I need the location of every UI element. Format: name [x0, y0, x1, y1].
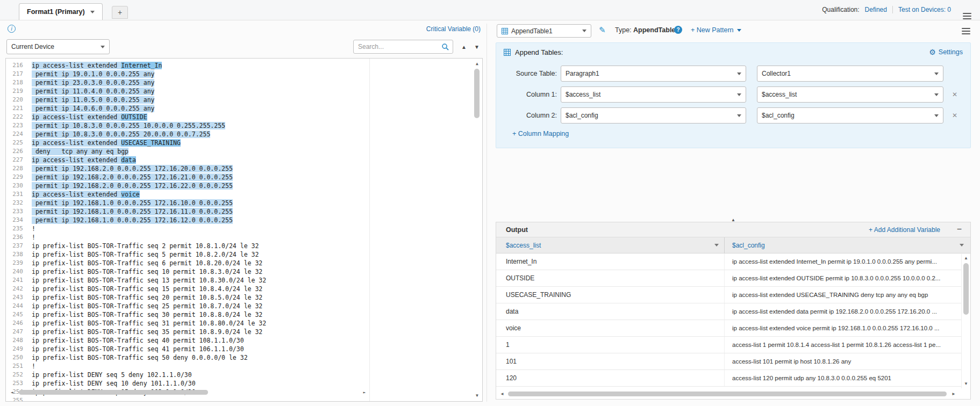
search-input[interactable]: [358, 43, 441, 50]
source-table-select[interactable]: Paragraph1: [561, 66, 746, 82]
code-line[interactable]: 225ip access-list extended USECASE_TRAIN…: [6, 139, 471, 147]
horizontal-scrollbar-thumb[interactable]: [19, 390, 208, 395]
line-number: 229: [6, 173, 32, 182]
edit-pattern-icon[interactable]: ✎: [599, 25, 606, 35]
test-on-devices-link[interactable]: Test on Devices: 0: [898, 6, 951, 13]
code-line[interactable]: 235!: [6, 224, 471, 233]
collector-select[interactable]: Collector1: [757, 66, 943, 82]
scroll-left-icon[interactable]: ◄: [8, 389, 16, 396]
table-row[interactable]: 1access-list 1 permit 10.8.1.4 access-li…: [496, 337, 961, 353]
column1-target-select[interactable]: $access_list: [757, 86, 943, 103]
table-row[interactable]: voiceip access-list extended voice permi…: [496, 320, 961, 337]
new-tab-button[interactable]: +: [112, 6, 128, 19]
scroll-up-icon[interactable]: ▲: [962, 255, 970, 262]
scroll-right-icon[interactable]: ►: [361, 389, 368, 396]
qualification-value-link[interactable]: Defined: [865, 6, 887, 13]
code-line[interactable]: 231ip access-list extended voice: [6, 190, 471, 199]
menu-icon[interactable]: [963, 13, 971, 19]
add-column-mapping-link[interactable]: + Column Mapping: [512, 130, 569, 137]
search-prev-button[interactable]: ▲: [458, 41, 470, 53]
code-line[interactable]: 236!: [6, 233, 471, 242]
code-line[interactable]: 222ip access-list extended OUTSIDE: [6, 113, 471, 121]
tab-format1-primary[interactable]: Format1 (Primary): [19, 3, 103, 20]
code-line[interactable]: 229 permit ip 192.168.2.0 0.0.0.255 172.…: [6, 173, 471, 182]
code-line[interactable]: 253ip prefix-list DENY seq 10 deny 101.1…: [6, 379, 471, 388]
scroll-up-icon[interactable]: ▲: [473, 60, 482, 68]
chevron-down-icon: [582, 30, 586, 32]
output-vertical-scrollbar[interactable]: ▲ ▼: [961, 254, 970, 388]
code-line[interactable]: 220 permit ip 11.0.5.0 0.0.0.255 any: [6, 96, 471, 104]
info-icon[interactable]: i: [8, 25, 16, 33]
code-line[interactable]: 246ip prefix-list BOS-TOR-Traffic seq 31…: [6, 319, 471, 328]
table-row[interactable]: 120access-list 120 permit udp any 10.8.3…: [496, 370, 961, 387]
code-line[interactable]: 240ip prefix-list BOS-TOR-Traffic seq 10…: [6, 267, 471, 276]
column2-source-select[interactable]: $acl_config: [561, 107, 746, 124]
editor-vertical-scrollbar[interactable]: ▲ ▼: [473, 59, 482, 401]
new-pattern-button[interactable]: + New Pattern: [691, 26, 741, 34]
scroll-left-icon[interactable]: ◄: [498, 390, 506, 397]
code-line[interactable]: 237ip prefix-list BOS-TOR-Traffic seq 2 …: [6, 242, 471, 250]
code-line[interactable]: 248ip prefix-list BOS-TOR-Traffic seq 40…: [6, 336, 471, 345]
table-row[interactable]: dataip access-list extended data permit …: [496, 303, 961, 320]
code-line[interactable]: 245ip prefix-list BOS-TOR-Traffic seq 30…: [6, 310, 471, 319]
help-icon[interactable]: ?: [674, 26, 682, 34]
code-line[interactable]: 230 permit ip 192.168.2.0 0.0.0.255 172.…: [6, 182, 471, 190]
code-line[interactable]: 244ip prefix-list BOS-TOR-Traffic seq 25…: [6, 302, 471, 310]
code-text: permit ip 10.8.3.0 0.0.0.255 20.0.0.0 0.…: [32, 130, 210, 139]
pattern-selector[interactable]: AppendTable1: [497, 24, 591, 38]
scroll-right-icon[interactable]: ►: [950, 390, 957, 397]
device-selector[interactable]: Current Device: [6, 39, 110, 54]
code-line[interactable]: 252ip prefix-list DENY seq 5 deny 102.1.…: [6, 371, 471, 379]
column2-target-select[interactable]: $acl_config: [757, 107, 943, 124]
code-line[interactable]: 223 permit ip 10.8.3.0 0.0.0.255 10.0.0.…: [6, 121, 471, 130]
column-header-access-list[interactable]: $access_list: [496, 237, 725, 253]
column-header-acl-config[interactable]: $acl_config: [725, 237, 970, 253]
code-editor[interactable]: 216ip access-list extended Internet_In21…: [5, 58, 483, 402]
code-line[interactable]: 243ip prefix-list BOS-TOR-Traffic seq 20…: [6, 293, 471, 302]
table-row[interactable]: Internet_Inip access-list extended Inter…: [496, 253, 961, 270]
code-line[interactable]: 218 permit ip 23.0.3.0 0.0.0.255 any: [6, 78, 471, 87]
line-number: 226: [6, 147, 32, 156]
code-line[interactable]: 221 permit ip 14.0.6.0 0.0.0.255 any: [6, 104, 471, 113]
column1-source-select[interactable]: $access_list: [561, 86, 746, 103]
remove-column1-button[interactable]: ✕: [950, 91, 959, 98]
code-line[interactable]: 250ip prefix-list BOS-TOR-Traffic seq 50…: [6, 353, 471, 362]
code-line[interactable]: 242ip prefix-list BOS-TOR-Traffic seq 15…: [6, 285, 471, 293]
editor-horizontal-scrollbar[interactable]: ◄ ►: [8, 389, 368, 396]
table-row[interactable]: 101access-list 101 permit ip host 10.8.1…: [496, 353, 961, 370]
code-line[interactable]: 233 permit ip 192.168.1.0 0.0.0.255 172.…: [6, 207, 471, 216]
code-line[interactable]: 234 permit ip 192.168.1.0 0.0.0.255 172.…: [6, 216, 471, 224]
table-row[interactable]: OUTSIDEip access-list extended OUTSIDE p…: [496, 270, 961, 287]
minimize-output-button[interactable]: −: [957, 224, 962, 234]
code-line[interactable]: 219 permit ip 11.0.4.0 0.0.0.255 any: [6, 87, 471, 96]
add-additional-variable-link[interactable]: + Add Additional Variable: [869, 226, 940, 234]
scroll-down-icon[interactable]: ▼: [473, 392, 482, 400]
table-row[interactable]: USECASE_TRAININGip access-list extended …: [496, 287, 961, 303]
search-next-button[interactable]: ▼: [471, 41, 483, 53]
code-line[interactable]: 224 permit ip 10.8.3.0 0.0.0.255 20.0.0.…: [6, 130, 471, 139]
column2-label: Column 2:: [496, 112, 557, 119]
code-line[interactable]: 255: [6, 396, 471, 402]
remove-column2-button[interactable]: ✕: [950, 112, 959, 119]
code-line[interactable]: 228 permit ip 192.168.2.0 0.0.0.255 172.…: [6, 164, 471, 173]
code-line[interactable]: 227ip access-list extended data: [6, 156, 471, 164]
code-line[interactable]: 238ip prefix-list BOS-TOR-Traffic seq 5 …: [6, 250, 471, 259]
horizontal-scrollbar-thumb[interactable]: [508, 392, 947, 396]
search-icon[interactable]: [441, 43, 449, 51]
code-line[interactable]: 251!: [6, 362, 471, 371]
code-line[interactable]: 216ip access-list extended Internet_In: [6, 61, 471, 70]
settings-button[interactable]: ⚙ Settings: [929, 48, 963, 56]
output-horizontal-scrollbar[interactable]: ◄ ►: [498, 390, 957, 397]
code-line[interactable]: 226 deny tcp any any eq bgp: [6, 147, 471, 156]
vertical-scrollbar-thumb[interactable]: [963, 263, 969, 315]
code-line[interactable]: 232 permit ip 192.168.1.0 0.0.0.255 172.…: [6, 199, 471, 207]
code-line[interactable]: 247ip prefix-list BOS-TOR-Traffic seq 35…: [6, 328, 471, 336]
vertical-scrollbar-thumb[interactable]: [474, 69, 480, 118]
code-line[interactable]: 239ip prefix-list BOS-TOR-Traffic seq 6 …: [6, 259, 471, 267]
critical-variable-link[interactable]: Critical Variable (0): [426, 25, 481, 33]
scroll-down-icon[interactable]: ▼: [962, 380, 970, 388]
code-line[interactable]: 217 permit ip 19.0.1.0 0.0.0.255 any: [6, 70, 471, 78]
code-line[interactable]: 241ip prefix-list BOS-TOR-Traffic seq 13…: [6, 276, 471, 285]
code-line[interactable]: 249ip prefix-list BOS-TOR-Traffic seq 41…: [6, 345, 471, 353]
pattern-menu-icon[interactable]: [962, 28, 970, 34]
